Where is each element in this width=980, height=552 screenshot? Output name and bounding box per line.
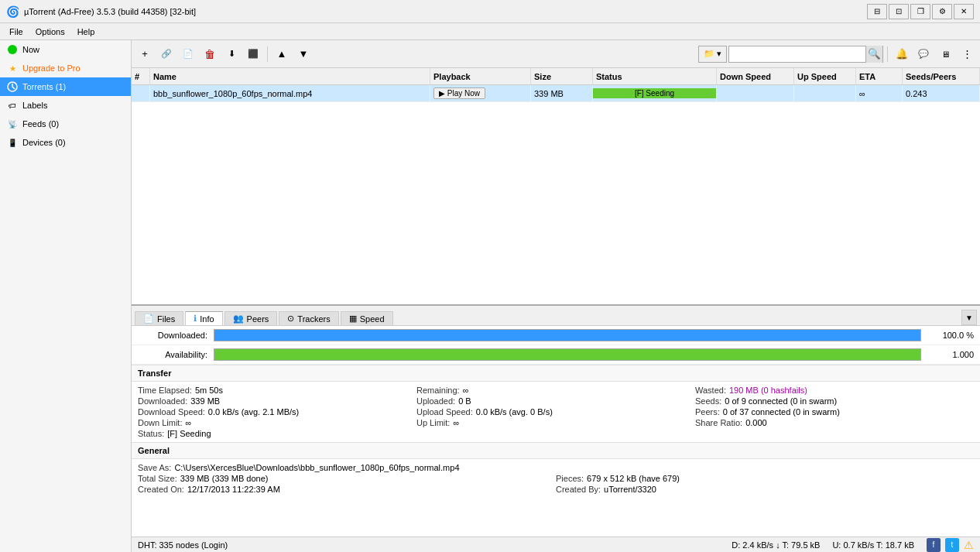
warning-icon: ⚠ xyxy=(964,539,974,551)
down-status: D: 2.4 kB/s ↓ T: 79.5 kB xyxy=(732,540,820,550)
tab-peers[interactable]: 👥 Peers xyxy=(224,311,278,325)
transfer-col2: Remaining: ∞ Uploaded: 0 B Upload Speed:… xyxy=(416,385,695,439)
close-button[interactable]: ✕ xyxy=(954,4,974,19)
down-limit-item: Down Limit: ∞ xyxy=(138,417,416,428)
create-torrent-button[interactable]: 📄 xyxy=(178,45,198,63)
status-item: Status: [F] Seeding xyxy=(138,428,416,439)
downloaded-progress-bar xyxy=(214,329,921,341)
row-status: [F] Seeding xyxy=(593,85,717,101)
seeds-item: Seeds: 0 of 9 connected (0 in swarm) xyxy=(695,396,974,406)
ul-speed-item: Upload Speed: 0.0 kB/s (avg. 0 B/s) xyxy=(416,406,695,417)
table-row[interactable]: bbb_sunflower_1080p_60fps_normal.mp4 ▶ P… xyxy=(132,85,980,102)
sidebar-item-torrents[interactable]: Torrents (1) xyxy=(0,77,131,96)
row-num xyxy=(132,85,150,101)
col-up-speed[interactable]: Up Speed xyxy=(794,68,856,84)
title-text: µTorrent (Ad-Free) 3.5.3 (build 44358) [… xyxy=(24,7,867,16)
remove-torrent-button[interactable]: 🗑 xyxy=(200,45,220,63)
tab-speed[interactable]: ▦ Speed xyxy=(341,311,393,325)
move-up-button[interactable]: ▲ xyxy=(272,45,292,63)
collapse-panel-button[interactable]: ▼ xyxy=(961,310,977,325)
torrent-list-area: # Name Playback Size Status Down Speed U… xyxy=(132,68,980,304)
dl-speed-item: Download Speed: 0.0 kB/s (avg. 2.1 MB/s) xyxy=(138,406,416,417)
add-magnet-button[interactable]: 🔗 xyxy=(156,45,176,63)
menu-options[interactable]: Options xyxy=(29,26,71,38)
availability-val: 1.000 xyxy=(927,350,974,359)
minimize-button[interactable]: ⊟ xyxy=(867,4,887,19)
menu-file[interactable]: File xyxy=(3,26,29,38)
col-size[interactable]: Size xyxy=(531,68,593,84)
col-status[interactable]: Status xyxy=(593,68,717,84)
row-size: 339 MB xyxy=(531,85,593,101)
label-icon: 🏷 xyxy=(6,99,19,111)
status-badge: [F] Seeding xyxy=(593,88,716,98)
col-down-speed[interactable]: Down Speed xyxy=(717,68,794,84)
row-eta: ∞ xyxy=(856,85,903,101)
general-two-col: Total Size: 339 MB (339 MB done) Pieces:… xyxy=(138,473,974,495)
download-button[interactable]: ⬇ xyxy=(221,45,242,63)
main-container: Now ★ Upgrade to Pro Torrents (1) 🏷 Labe… xyxy=(0,40,980,552)
general-grid: Save As: C:\Users\XercesBlue\Downloads\b… xyxy=(132,459,980,498)
sidebar-item-labels[interactable]: 🏷 Labels xyxy=(0,96,131,115)
save-as-item: Save As: C:\Users\XercesBlue\Downloads\b… xyxy=(138,462,974,473)
sidebar-item-devices[interactable]: 📱 Devices (0) xyxy=(0,133,131,152)
move-down-button[interactable]: ▼ xyxy=(293,45,314,63)
row-playback: ▶ Play Now xyxy=(430,85,531,101)
remaining-item: Remaining: ∞ xyxy=(416,385,695,396)
twitter-icon[interactable]: t xyxy=(945,538,959,552)
info-content: Downloaded: 100.0 % Availability: 1.000 … xyxy=(132,326,980,537)
peers-item: Peers: 0 of 37 connected (0 in swarm) xyxy=(695,406,974,417)
row-seeds-peers: 0.243 xyxy=(903,85,980,101)
total-size-item: Total Size: 339 MB (339 MB done) xyxy=(138,473,556,484)
restore-button[interactable]: ⊡ xyxy=(889,4,909,19)
peers-icon: 👥 xyxy=(233,314,244,324)
window-controls: ⊟ ⊡ ❐ ⚙ ✕ xyxy=(867,4,974,19)
statusbar: DHT: 335 nodes (Login) D: 2.4 kB/s ↓ T: … xyxy=(132,537,980,552)
created-on-item: Created On: 12/17/2013 11:22:39 AM xyxy=(138,484,556,495)
up-limit-item: Up Limit: ∞ xyxy=(416,417,695,428)
pieces-item: Pieces: 679 x 512 kB (have 679) xyxy=(556,473,974,484)
stop-button[interactable]: ⬛ xyxy=(243,45,263,63)
col-num[interactable]: # xyxy=(132,68,150,84)
downloaded-item: Downloaded: 339 MB xyxy=(138,396,416,406)
menu-help[interactable]: Help xyxy=(71,26,101,38)
col-seeds-peers[interactable]: Seeds/Peers xyxy=(903,68,980,84)
add-torrent-button[interactable]: + xyxy=(135,45,155,63)
remote-button[interactable]: 🖥 xyxy=(935,45,955,63)
folder-button[interactable]: 📁 ▾ xyxy=(698,46,727,63)
chat-button[interactable]: 💬 xyxy=(913,45,934,63)
torrent-rows: bbb_sunflower_1080p_60fps_normal.mp4 ▶ P… xyxy=(132,85,980,304)
notification-button[interactable]: 🔔 xyxy=(892,45,912,63)
col-name[interactable]: Name xyxy=(150,68,430,84)
share-ratio-item: Share Ratio: 0.000 xyxy=(695,417,974,428)
row-up-speed xyxy=(794,85,856,101)
more-button[interactable]: ⋮ xyxy=(957,45,977,63)
sidebar-item-now[interactable]: Now xyxy=(0,40,131,59)
uploaded-item: Uploaded: 0 B xyxy=(416,396,695,406)
menubar: File Options Help xyxy=(0,23,980,40)
sidebar-item-upgrade[interactable]: ★ Upgrade to Pro xyxy=(0,59,131,77)
availability-progress-row: Availability: 1.000 xyxy=(132,345,980,365)
transfer-section-header: Transfer xyxy=(132,365,980,382)
col-eta[interactable]: ETA xyxy=(856,68,903,84)
tab-files[interactable]: 📄 Files xyxy=(135,311,183,325)
play-now-button[interactable]: ▶ Play Now xyxy=(433,87,485,99)
torrent-table-header: # Name Playback Size Status Down Speed U… xyxy=(132,68,980,85)
search-input[interactable] xyxy=(729,46,865,62)
device-icon: 📱 xyxy=(6,136,19,149)
files-icon: 📄 xyxy=(143,314,154,324)
col-playback[interactable]: Playback xyxy=(430,68,531,84)
torrent-icon xyxy=(6,81,19,93)
tab-trackers[interactable]: ⊙ Trackers xyxy=(279,311,338,325)
trackers-icon: ⊙ xyxy=(287,314,294,324)
sidebar-item-feeds[interactable]: 📡 Feeds (0) xyxy=(0,115,131,133)
wasted-item: Wasted: 190 MB (0 hashfails) xyxy=(695,385,974,396)
toolbar-sep2 xyxy=(887,46,888,62)
maxrestore-button[interactable]: ❐ xyxy=(910,4,930,19)
search-button[interactable]: 🔍 xyxy=(865,46,882,63)
settings-button[interactable]: ⚙ xyxy=(932,4,952,19)
bottom-panel: 📄 Files ℹ Info 👥 Peers ⊙ Trackers ▦ xyxy=(132,304,980,537)
folder-dropdown-icon: ▾ xyxy=(717,49,721,59)
tab-info[interactable]: ℹ Info xyxy=(185,311,222,325)
general-section-header: General xyxy=(132,442,980,459)
facebook-icon[interactable]: f xyxy=(927,538,941,552)
